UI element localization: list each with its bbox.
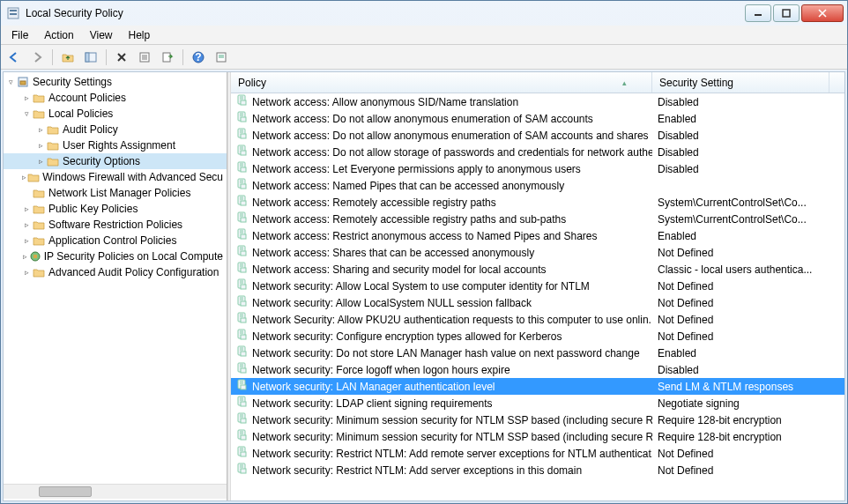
policy-cell: Network security: Minimum session securi… (231, 412, 652, 427)
show-hide-tree-button[interactable] (81, 48, 100, 67)
list-row[interactable]: Network access: Do not allow anonymous e… (231, 127, 844, 144)
delete-button[interactable] (112, 48, 131, 67)
list-row[interactable]: Network access: Do not allow storage of … (231, 144, 844, 160)
properties-button[interactable] (135, 48, 154, 67)
minimize-button[interactable] (745, 4, 771, 22)
chevron-right-icon[interactable]: ▹ (21, 236, 32, 245)
tree-node[interactable]: ▹Public Key Policies (4, 201, 227, 217)
list-row[interactable]: Network access: Let Everyone permissions… (231, 160, 844, 177)
policy-icon (236, 211, 249, 226)
menu-file[interactable]: File (4, 27, 35, 43)
svg-rect-46 (241, 184, 246, 189)
tree-node[interactable]: ▹Security Options (4, 153, 227, 169)
list-row[interactable]: Network access: Named Pipes that can be … (231, 177, 844, 194)
chevron-down-icon[interactable]: ▿ (5, 78, 16, 86)
tree-node-label: Application Control Policies (48, 234, 176, 247)
policy-name: Network security: Restrict NTLM: Add ser… (252, 464, 582, 477)
setting-cell: Disabled (652, 130, 844, 142)
menu-help[interactable]: Help (122, 27, 158, 43)
policy-icon (236, 396, 249, 411)
scrollbar-thumb[interactable] (39, 486, 92, 497)
policy-name: Network access: Shares that can be acces… (252, 247, 534, 259)
list-row[interactable]: Network access: Remotely accessible regi… (231, 194, 844, 211)
policy-cell: Network security: Do not store LAN Manag… (231, 345, 652, 360)
svg-rect-8 (86, 53, 89, 62)
tree-root[interactable]: ▿ Security Settings (4, 74, 227, 90)
chevron-right-icon[interactable]: ▹ (21, 204, 32, 213)
list-row[interactable]: Network access: Remotely accessible regi… (231, 211, 844, 227)
list-row[interactable]: Network security: Configure encryption t… (231, 328, 844, 345)
list-row[interactable]: Network security: Force logoff when logo… (231, 361, 844, 378)
tree-horizontal-scrollbar[interactable] (4, 484, 227, 499)
tree-node[interactable]: ▹Audit Policy (4, 122, 227, 137)
refresh-button[interactable] (212, 48, 231, 67)
policy-cell: Network security: LAN Manager authentica… (231, 379, 652, 394)
titlebar[interactable]: Local Security Policy (1, 1, 847, 26)
tree-node[interactable]: ▹Advanced Audit Policy Configuration (4, 264, 227, 280)
policy-icon (236, 295, 249, 310)
list-row[interactable]: Network security: Allow Local System to … (231, 278, 844, 294)
chevron-right-icon[interactable]: ▹ (21, 268, 32, 277)
column-header-spacer (829, 72, 844, 93)
chevron-down-icon[interactable]: ▿ (21, 109, 32, 118)
setting-cell: Enabled (652, 347, 844, 359)
list-row[interactable]: Network access: Shares that can be acces… (231, 244, 844, 261)
column-header-policy[interactable]: Policy▴ (231, 72, 652, 93)
tree-node[interactable]: ▹Account Policies (4, 90, 227, 106)
ipsec-icon (29, 249, 41, 263)
svg-rect-1 (10, 10, 17, 11)
tree-node-label: Network List Manager Policies (48, 187, 190, 199)
tree-node[interactable]: ▹IP Security Policies on Local Compute (4, 248, 227, 264)
close-button[interactable] (801, 4, 844, 22)
list-row[interactable]: Network access: Restrict anonymous acces… (231, 227, 844, 244)
maximize-button[interactable] (773, 4, 800, 22)
tree-node[interactable]: ▹User Rights Assignment (4, 137, 227, 153)
list-row[interactable]: Network access: Allow anonymous SID/Name… (231, 93, 844, 110)
chevron-right-icon[interactable]: ▹ (21, 93, 32, 102)
folder-icon (46, 138, 60, 152)
menu-action[interactable]: Action (37, 27, 80, 43)
export-list-button[interactable] (158, 48, 177, 67)
back-button[interactable] (4, 48, 24, 67)
policy-icon (236, 245, 249, 260)
chevron-right-icon[interactable]: ▹ (21, 220, 32, 229)
list-row[interactable]: Network access: Sharing and security mod… (231, 261, 844, 278)
list-row[interactable]: Network security: LDAP client signing re… (231, 395, 844, 411)
policy-cell: Network security: Force logoff when logo… (231, 362, 652, 377)
svg-rect-82 (241, 335, 246, 339)
column-header-setting[interactable]: Security Setting (652, 72, 829, 93)
list-row[interactable]: Network access: Do not allow anonymous e… (231, 110, 844, 127)
policy-name: Network access: Restrict anonymous acces… (252, 230, 598, 242)
help-button[interactable]: ? (189, 48, 208, 67)
forward-button[interactable] (27, 48, 47, 67)
list-row[interactable]: Network security: Minimum session securi… (231, 411, 844, 428)
tree-node[interactable]: ▿Local Policies (4, 106, 227, 122)
tree-node[interactable]: ▹Software Restriction Policies (4, 217, 227, 233)
tree-node[interactable]: Network List Manager Policies (4, 185, 227, 201)
list-row[interactable]: Network security: Restrict NTLM: Add rem… (231, 445, 844, 462)
list-row[interactable]: Network security: Minimum session securi… (231, 428, 844, 445)
svg-rect-78 (241, 318, 246, 322)
chevron-right-icon[interactable]: ▹ (21, 173, 27, 182)
setting-cell: Enabled (652, 230, 844, 242)
list-row[interactable]: Network security: Allow LocalSystem NULL… (231, 294, 844, 311)
tree-pane[interactable]: ▿ Security Settings ▹Account Policies▿Lo… (4, 72, 227, 500)
tree-node[interactable]: ▹Application Control Policies (4, 233, 227, 248)
chevron-right-icon[interactable]: ▹ (35, 125, 46, 134)
tree-node[interactable]: ▹Windows Firewall with Advanced Secu (4, 169, 227, 185)
policy-name: Network security: Allow LocalSystem NULL… (252, 297, 532, 309)
list-row[interactable]: Network Security: Allow PKU2U authentica… (231, 311, 844, 328)
chevron-right-icon[interactable]: ▹ (35, 141, 46, 150)
list-row[interactable]: Network security: Restrict NTLM: Add ser… (231, 462, 844, 478)
list-body[interactable]: Network access: Allow anonymous SID/Name… (231, 93, 844, 500)
list-row[interactable]: Network security: LAN Manager authentica… (231, 378, 844, 395)
menu-view[interactable]: View (83, 27, 120, 43)
policy-icon (236, 278, 249, 293)
chevron-right-icon[interactable]: ▹ (35, 157, 46, 166)
up-button[interactable] (58, 48, 78, 67)
list-row[interactable]: Network security: Do not store LAN Manag… (231, 345, 844, 361)
chevron-right-icon[interactable]: ▹ (21, 252, 29, 261)
tree-node-label: IP Security Policies on Local Compute (44, 250, 223, 263)
policy-icon (236, 128, 249, 143)
policy-icon (236, 463, 249, 478)
